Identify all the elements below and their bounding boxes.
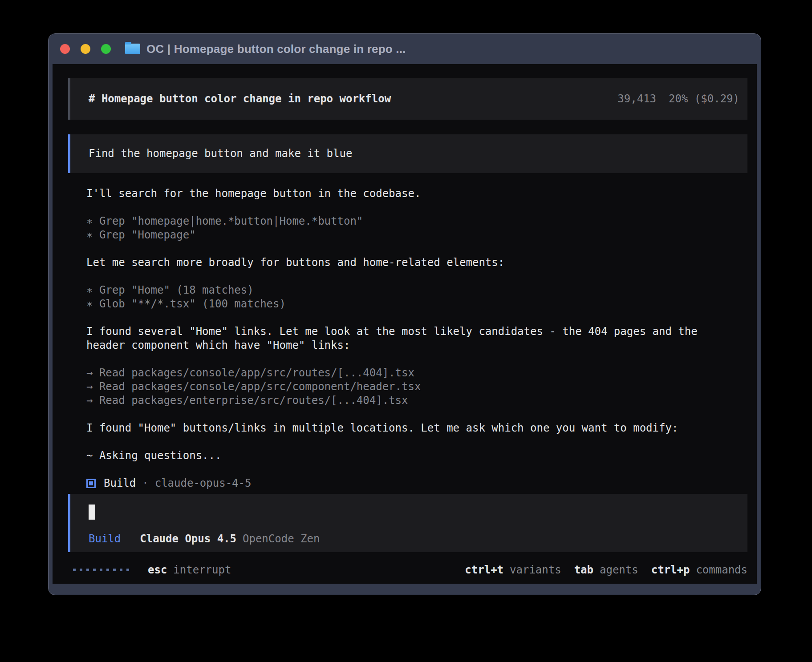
spinner-dot	[120, 569, 122, 571]
spinner-dot	[113, 569, 116, 571]
tool-call-grep: ∗ Grep "Homepage"	[86, 228, 747, 242]
user-message-text: Find the homepage button and make it blu…	[89, 147, 739, 161]
assistant-text: Let me search more broadly for buttons a…	[86, 256, 747, 270]
input-provider-name: OpenCode Zen	[243, 532, 320, 546]
hint-label: interrupt	[173, 564, 231, 576]
tool-call-read: → Read packages/enterprise/src/routes/[.…	[86, 394, 747, 408]
keyboard-hints: ctrl+tvariants tabagents ctrl+pcommands	[452, 564, 747, 576]
status-bar: escinterrupt ctrl+tvariants tabagents ct…	[68, 563, 747, 577]
token-count: 39,413	[617, 93, 656, 105]
terminal-content: # Homepage button color change in repo w…	[53, 64, 757, 584]
agent-status-row: Build · claude-opus-4-5	[86, 476, 747, 490]
separator-dot: ·	[142, 476, 148, 490]
spinner-dot	[86, 569, 89, 571]
user-message: Find the homepage button and make it blu…	[68, 134, 747, 173]
hint-key: ctrl+p	[651, 564, 690, 576]
zoom-button[interactable]	[101, 44, 111, 54]
prompt-input[interactable]: Build Claude Opus 4.5 OpenCode Zen	[68, 494, 747, 552]
spinner-dot	[100, 569, 102, 571]
terminal-window: OC | Homepage button color change in rep…	[48, 33, 761, 595]
minimize-button[interactable]	[81, 44, 90, 54]
titlebar: OC | Homepage button color change in rep…	[49, 34, 761, 64]
spinner-dot	[126, 569, 129, 571]
agent-icon	[86, 479, 96, 488]
spinner-dot	[93, 569, 96, 571]
hint-agents: tabagents	[574, 564, 638, 576]
tool-call-grep: ∗ Grep "Home" (18 matches)	[86, 283, 747, 297]
tool-call-glob: ∗ Glob "**/*.tsx" (100 matches)	[86, 297, 747, 311]
hint-key: ctrl+t	[465, 564, 503, 576]
window-title: OC | Homepage button color change in rep…	[146, 42, 406, 56]
session-header: # Homepage button color change in repo w…	[68, 78, 747, 120]
hint-label: variants	[510, 564, 561, 576]
text-cursor	[89, 505, 95, 520]
hint-key: esc	[148, 564, 167, 576]
assistant-text: I found several "Home" links. Let me loo…	[86, 325, 747, 339]
agent-name: Build	[104, 476, 136, 490]
hint-key: tab	[574, 564, 593, 576]
assistant-text: header component which have "Home" links…	[86, 339, 747, 352]
close-button[interactable]	[60, 44, 70, 54]
input-agent-mode[interactable]: Build	[89, 532, 121, 546]
input-status-row: Build Claude Opus 4.5 OpenCode Zen	[89, 532, 739, 546]
tool-call-read: → Read packages/console/app/src/routes/[…	[86, 366, 747, 380]
session-stats: 39,41320% ($0.29)	[617, 92, 739, 106]
assistant-text: I'll search for the homepage button in t…	[86, 187, 747, 201]
spinner-dot	[73, 569, 76, 571]
spinner-dot	[80, 569, 82, 571]
hint-commands: ctrl+pcommands	[651, 564, 747, 576]
spinner-dots	[73, 569, 129, 571]
hint-variants: ctrl+tvariants	[465, 564, 561, 576]
hint-label: agents	[600, 564, 638, 576]
input-model-name: Claude Opus 4.5	[140, 532, 236, 546]
tool-call-read: → Read packages/console/app/src/componen…	[86, 380, 747, 394]
tool-call-grep: ∗ Grep "homepage|home.*button|Home.*butt…	[86, 214, 747, 228]
hint-interrupt: escinterrupt	[148, 564, 231, 576]
status-activity: ~ Asking questions...	[86, 449, 747, 463]
traffic-lights	[60, 44, 111, 54]
hint-label: commands	[696, 564, 747, 576]
context-cost: 20% ($0.29)	[669, 93, 739, 105]
spinner-dot	[106, 569, 109, 571]
folder-icon	[125, 44, 140, 54]
assistant-text: I found "Home" buttons/links in multiple…	[86, 421, 747, 435]
model-id: claude-opus-4-5	[155, 476, 252, 490]
session-title: # Homepage button color change in repo w…	[89, 92, 391, 106]
assistant-transcript: I'll search for the homepage button in t…	[86, 187, 747, 490]
